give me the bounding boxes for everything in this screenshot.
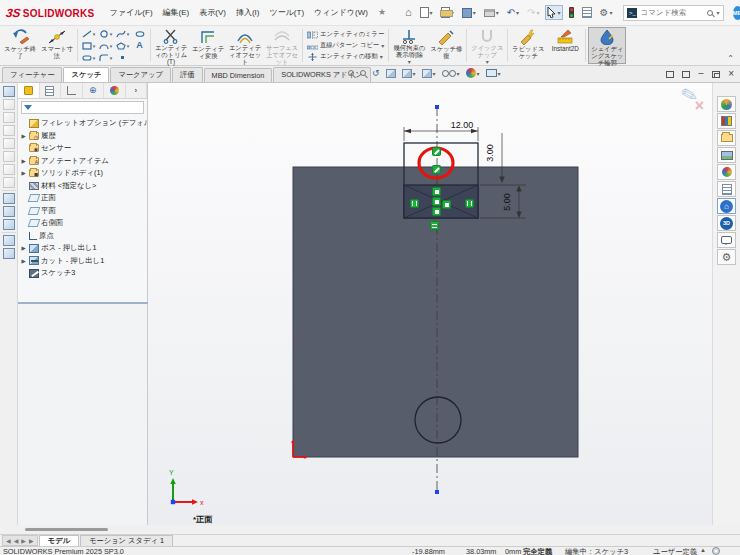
display-relations-button[interactable]: 幾何拘束の表示/削除 ▾ [391,27,427,64]
doc-minimize-button[interactable]: − [698,69,704,79]
select-tool-button[interactable]: ▾ [545,5,562,20]
doc-tile-icon[interactable] [666,71,674,78]
custom-properties-button[interactable] [717,181,736,197]
tree-item-history[interactable]: ▶◷履歴 [20,130,147,143]
shaded-sketch-contours-button[interactable]: シェイディングスケッチ輪郭 [588,27,626,64]
search-icon[interactable] [707,10,713,16]
edit-appearance-button[interactable]: ▾ [466,68,480,78]
view-cube-5-icon[interactable] [3,151,15,162]
tree-item-origin[interactable]: 原点 [20,230,147,243]
first-tab-icon[interactable]: ◀ [5,537,12,544]
file-explorer-button[interactable] [717,130,736,146]
user-avatar[interactable]: MB [733,6,740,20]
tree-item-front-plane[interactable]: 正面 [20,192,147,205]
next-tab-icon[interactable]: ▶ [20,537,27,544]
menu-window[interactable]: ウィンドウ(W) [310,5,372,20]
hide-show-items-button[interactable]: ▾ [442,70,460,77]
design-library-button[interactable] [717,113,736,129]
undo-button[interactable]: ↶▾ [505,6,521,20]
redo-button[interactable]: ↷▾ [525,6,541,20]
arc-tool-button[interactable]: ▾ [97,40,114,52]
tree-item-material[interactable]: 材料 <指定なし> [20,180,147,193]
tools-button[interactable]: ⚙ [717,249,736,265]
view-palette-button[interactable] [717,147,736,163]
ellipse-tool-button[interactable] [131,28,148,40]
text-tool-button[interactable]: A [131,40,148,52]
mirror-entities-button[interactable]: エンティティのミラー [307,30,384,39]
apply-scene-button[interactable]: ▾ [486,69,501,77]
menu-insert[interactable]: 挿入(I) [232,5,264,20]
trim-entities-button[interactable]: エンティティのトリム(T) [153,27,189,64]
screen-icon[interactable] [3,219,15,230]
menu-view[interactable]: 表示(V) [195,5,230,20]
dimension-width-value[interactable]: 12.00 [451,120,474,130]
tree-item-cut-extrude1[interactable]: ▶カット - 押し出し1 [20,255,147,268]
pin-menu-icon[interactable]: ★ [374,5,390,20]
graphics-area[interactable]: 12.00 3.00 5.00 [148,83,712,525]
menu-edit[interactable]: 編集(E) [159,5,194,20]
globe-icon[interactable] [712,547,720,555]
tab-configurationmanager[interactable] [61,83,83,98]
confirmation-corner-cancel-icon[interactable]: × [695,97,704,115]
smart-dimension-button[interactable]: スマート寸法 [39,27,75,64]
home-button[interactable]: ⌂ [403,5,414,20]
prev-tab-icon[interactable]: ◀ [13,537,20,544]
add-bodies-icon[interactable] [3,248,15,259]
chat-button[interactable] [717,232,736,248]
view-cube-4-icon[interactable] [3,138,15,149]
graphics-viewport[interactable]: 12.00 3.00 5.00 [148,83,712,525]
zoom-fit-button[interactable] [348,70,354,76]
dimension-offset-value[interactable]: 3.00 [485,144,495,162]
tab-mbd-dimension[interactable]: MBD Dimension [204,68,273,82]
offset-entities-button[interactable]: エンティティオフセット [227,27,263,64]
save-button[interactable]: ▾ [460,6,478,20]
tab-propertymanager[interactable] [40,83,62,98]
tree-item-sketch3[interactable]: スケッチ3 [20,267,147,280]
linear-pattern-button[interactable]: 直線パターン コピー▾ [307,41,384,50]
edit-sketch-icon[interactable] [3,206,15,217]
centerline-endpoint-bottom[interactable] [435,490,439,494]
collapse-ribbon-icon[interactable]: ⌃ [727,54,734,63]
relation-badge-1[interactable] [432,187,441,196]
tree-item-annotations[interactable]: ▶Aアノテートアイテム [20,155,147,168]
units-caret-icon[interactable]: ▲ [700,547,706,553]
tab-model[interactable]: モデル [39,535,79,546]
zoom-area-button[interactable] [360,70,366,76]
view-cube-1-icon[interactable] [3,99,15,110]
3dexperience-home-button[interactable]: ⌂ [717,198,736,214]
section-view-button[interactable] [386,69,396,78]
units-setting[interactable]: ユーザー定義 [653,547,697,555]
viewport-cube-icon[interactable] [3,86,15,97]
quick-snaps-button[interactable]: クイックスナップ ▾ [469,27,505,64]
relation-badge-equal-left[interactable] [410,199,419,208]
sketch-on-face-icon[interactable] [3,193,15,204]
last-tab-icon[interactable]: ▶ [28,537,35,544]
tree-item-right-plane[interactable]: 右側面 [20,217,147,230]
open-document-button[interactable]: ▾ [439,5,456,20]
tree-filter-input[interactable] [35,104,141,111]
rectangle-tool-button[interactable]: ▾ [80,40,97,52]
3dexperience-button[interactable]: 3D [717,215,736,231]
surface-offset-button[interactable]: サーフェス上でオフセット [264,27,300,64]
tree-item-top-plane[interactable]: 平面 [20,205,147,218]
tab-evaluate[interactable]: 評価 [172,67,203,82]
tab-displaymanager[interactable] [104,83,126,98]
instant2d-button[interactable]: Instant2D [547,27,583,64]
tree-root[interactable]: フィレットオプション (デフォルト)<<デフォルト>_ [20,117,147,130]
menu-tools[interactable]: ツール(T) [265,5,308,20]
dimension-height-value[interactable]: 5.00 [502,193,512,211]
rapid-sketch-button[interactable]: ラピッドスケッチ [510,27,546,64]
line-tool-button[interactable]: ▾ [80,28,97,40]
view-cube-6-icon[interactable] [3,164,15,175]
slot-tool-button[interactable]: ▾ [80,52,97,64]
polygon-tool-button[interactable]: ▾ [114,40,131,52]
tab-featuremanager[interactable] [18,83,40,98]
solidworks-resources-button[interactable] [717,96,736,112]
tree-item-solid-bodies[interactable]: ▶◼ソリッドボディ(1) [20,167,147,180]
previous-view-button[interactable]: ↺ [372,69,380,78]
new-document-button[interactable]: ▾ [418,5,435,20]
relation-badge-horizontal[interactable] [430,221,439,230]
tab-markup[interactable]: マークアップ [110,67,171,82]
move-entities-button[interactable]: エンティティの移動▾ [307,52,384,61]
copy-bodies-icon[interactable] [3,235,15,246]
